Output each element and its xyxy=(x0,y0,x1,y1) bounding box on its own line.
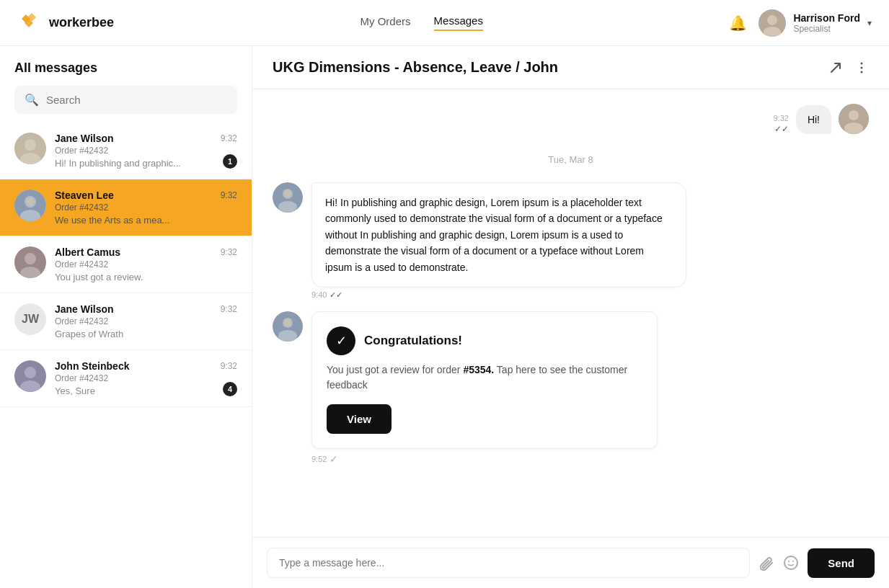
notification-avatar-img xyxy=(273,311,303,342)
msg-name: Jane Wilson xyxy=(55,303,114,315)
svg-point-32 xyxy=(788,561,790,562)
notif-timestamp: 9:52 xyxy=(311,455,327,463)
nav-messages[interactable]: Messages xyxy=(434,14,483,31)
msg-meta: 9:32 ✓✓ xyxy=(773,114,788,134)
svg-point-26 xyxy=(284,190,291,197)
more-options-button[interactable] xyxy=(854,61,869,75)
notification-content: ✓ Congratulations! You just got a review… xyxy=(311,311,658,465)
more-options-icon xyxy=(854,61,869,75)
chat-area: UKG Dimensions - Absence, Leave / John xyxy=(252,46,889,588)
msg-timestamp: 9:40 xyxy=(311,290,327,299)
svg-point-15 xyxy=(25,367,36,378)
msg-top: John Steinbeck 9:32 xyxy=(55,360,237,372)
emoji-button[interactable] xyxy=(783,555,799,571)
incoming-msg-content: Hi! In publishing and graphic design, Lo… xyxy=(311,182,686,300)
msg-content: Jane Wilson 9:32 Order #42432 Grapes of … xyxy=(55,303,237,339)
svg-point-19 xyxy=(861,71,863,73)
msg-top: Steaven Lee 9:32 xyxy=(55,190,237,201)
user-name: Harrison Ford xyxy=(793,12,860,24)
msg-time: 9:32 xyxy=(221,247,237,257)
bell-icon[interactable]: 🔔 xyxy=(729,14,747,32)
msg-order: Order #42432 xyxy=(55,316,237,326)
john-avatar-img xyxy=(14,360,46,392)
search-icon: 🔍 xyxy=(25,93,39,107)
search-input[interactable] xyxy=(46,94,227,106)
chat-input-area: Send xyxy=(252,537,889,588)
avatar xyxy=(14,133,46,164)
msg-time: 9:32 xyxy=(221,304,237,314)
notif-body: You just got a review for order #5354. T… xyxy=(327,362,642,393)
user-info[interactable]: Harrison Ford Specialist ▾ xyxy=(758,9,872,37)
svg-point-17 xyxy=(861,62,863,64)
view-button[interactable]: View xyxy=(327,404,392,434)
send-button[interactable]: Send xyxy=(808,548,875,578)
list-item[interactable]: JW Jane Wilson 9:32 Order #42432 Grapes … xyxy=(0,293,252,350)
user-avatar xyxy=(758,9,786,37)
msg-content: Jane Wilson 9:32 Order #42432 Hi! In pub… xyxy=(55,133,237,169)
list-item[interactable]: Jane Wilson 9:32 Order #42432 Hi! In pub… xyxy=(0,122,252,179)
steaven-avatar-img xyxy=(14,190,46,221)
svg-point-31 xyxy=(784,556,797,569)
avatar xyxy=(14,246,46,278)
avatar xyxy=(14,190,46,221)
msg-content: John Steinbeck 9:32 Order #42432 Yes, Su… xyxy=(55,360,237,396)
notif-header: ✓ Congratulations! xyxy=(327,326,642,355)
sidebar: All messages 🔍 Jane Wilson xyxy=(0,46,252,588)
chat-header: UKG Dimensions - Absence, Leave / John xyxy=(252,46,889,89)
msg-name: Jane Wilson xyxy=(55,133,114,144)
msg-name: Steaven Lee xyxy=(55,190,114,201)
main-layout: All messages 🔍 Jane Wilson xyxy=(0,46,889,588)
msg-time: 9:32 xyxy=(221,133,237,143)
notification-message: ✓ Congratulations! You just got a review… xyxy=(273,311,869,465)
date-divider: Tue, Mar 8 xyxy=(273,154,869,165)
user-details: Harrison Ford Specialist xyxy=(793,12,860,34)
list-item[interactable]: Steaven Lee 9:32 Order #42432 We use the… xyxy=(0,179,252,236)
sender-avatar xyxy=(273,182,303,213)
svg-point-29 xyxy=(278,330,297,342)
msg-order: Order #42432 xyxy=(55,146,237,156)
msg-bubble: Hi! xyxy=(796,105,831,134)
notification-card: ✓ Congratulations! You just got a review… xyxy=(311,311,658,449)
msg-timestamp: 9:32 xyxy=(773,114,788,122)
jane-avatar-img xyxy=(14,133,46,164)
msg-order: Order #42432 xyxy=(55,373,237,383)
list-item[interactable]: John Steinbeck 9:32 Order #42432 Yes, Su… xyxy=(0,350,252,407)
attachment-icon xyxy=(758,555,774,571)
message-input[interactable] xyxy=(267,548,750,578)
search-box: 🔍 xyxy=(14,86,237,114)
user-role: Specialist xyxy=(793,24,860,34)
check-circle: ✓ xyxy=(327,326,355,355)
msg-top: Albert Camus 9:32 xyxy=(55,246,237,258)
svg-point-12 xyxy=(25,253,36,264)
user-avatar-img xyxy=(758,9,786,37)
msg-badge: 1 xyxy=(223,154,237,169)
chat-actions xyxy=(828,61,869,75)
order-number: #5354. xyxy=(463,364,494,375)
svg-point-18 xyxy=(861,66,863,68)
incoming-message: Hi! In publishing and graphic design, Lo… xyxy=(273,182,869,300)
msg-badge: 4 xyxy=(223,382,237,396)
msg-name: Albert Camus xyxy=(55,246,120,258)
sender-avatar xyxy=(273,311,303,342)
svg-point-5 xyxy=(25,139,36,151)
avatar xyxy=(14,360,46,392)
logo-text: workerbee xyxy=(49,15,114,30)
albert-avatar-img xyxy=(14,246,46,278)
sidebar-header: All messages 🔍 xyxy=(0,46,252,122)
msg-time: 9:32 xyxy=(221,190,237,200)
header: workerbee My Orders Messages 🔔 Harrison … xyxy=(0,0,889,46)
svg-point-33 xyxy=(792,561,794,562)
external-link-button[interactable] xyxy=(828,61,843,75)
msg-meta: 9:40 ✓✓ xyxy=(311,290,686,300)
nav-my-orders[interactable]: My Orders xyxy=(361,15,411,30)
attachment-button[interactable] xyxy=(758,555,774,571)
msg-bubble: Hi! In publishing and graphic design, Lo… xyxy=(311,182,686,288)
read-receipt-icon: ✓✓ xyxy=(329,290,342,300)
list-item[interactable]: Albert Camus 9:32 Order #42432 You just … xyxy=(0,236,252,293)
header-right: 🔔 Harrison Ford Specialist ▾ xyxy=(729,9,872,37)
outgoing-message: 9:32 ✓✓ Hi! xyxy=(273,104,869,134)
svg-point-25 xyxy=(278,201,297,213)
msg-content: Steaven Lee 9:32 Order #42432 We use the… xyxy=(55,190,237,226)
msg-name: John Steinbeck xyxy=(55,360,129,372)
emoji-icon xyxy=(783,555,799,571)
